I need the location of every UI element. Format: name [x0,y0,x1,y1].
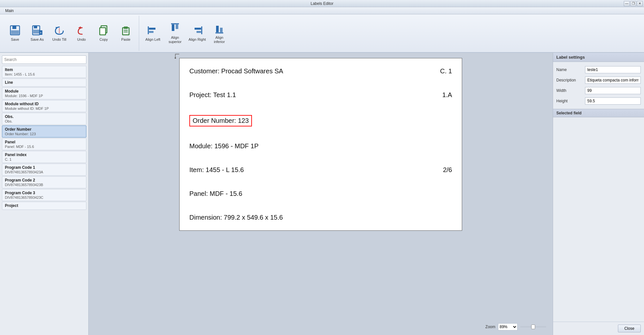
sidebar-item-order-number[interactable]: ➜ Order Number Order Number: 123 [2,125,86,138]
align-left-button[interactable]: Align Left [142,17,163,50]
field-row-width: Width [553,85,644,96]
search-input[interactable] [2,55,86,64]
sidebar-item-project[interactable]: Project [2,202,86,210]
copy-button[interactable]: Copy [93,17,114,50]
zoom-bar: Zoom 50% 75% 89% 100% 125% 150% [485,323,546,330]
sidebar-item-panel-index-name: Panel index [5,153,83,157]
title-bar: Labels Editor — ❐ ✕ [0,0,644,7]
sidebar-item-panel-index-value: C. 1 [5,157,83,161]
svg-rect-1 [12,26,16,29]
sidebar-item-program-code-2[interactable]: Program Code 2 DIV874813657893423B [2,176,86,188]
align-inferior-label: Align inferior [211,36,228,44]
field-input-description[interactable] [585,77,641,84]
label-row-3: Module: 1596 - MDF 1P [189,140,452,153]
field-input-name[interactable] [585,66,641,73]
field-row-height: Height [553,96,644,106]
sidebar-item-item[interactable]: Item Item: 1455 - L 15.6 [2,66,86,78]
menu-bar: Main [0,7,644,14]
sidebar-item-project-name: Project [5,203,83,208]
right-panel: Label settings Name Description Width He… [553,53,644,335]
svg-rect-22 [176,24,178,29]
field-label-width: Width [556,88,582,93]
sidebar-item-line-name: Line [5,80,83,85]
save-label: Save [11,37,19,42]
window-controls: — ❐ ✕ [624,1,643,6]
sidebar-item-panel-name: Panel [5,140,83,144]
panel-index-field[interactable]: C. 1 [440,67,452,75]
sidebar-item-module[interactable]: Module Module: 1596 - MDF 1P [2,87,86,99]
copy-icon [98,24,110,36]
label-row-5: Panel: MDF - 15.6 [189,187,452,200]
field-label-description: Description [556,78,582,82]
order-number-field[interactable]: Order Number: 123 [189,115,252,126]
main-content: Item Item: 1455 - L 15.6 Line Module Mod… [0,53,644,335]
dimension-field[interactable]: Dimension: 799.2 x 549.6 x 15.6 [189,214,283,221]
item-field[interactable]: Item: 1455 - L 15.6 [189,166,244,174]
sidebar-item-obs[interactable]: Obs. Obs. [2,113,86,125]
align-left-label: Align Left [145,37,160,42]
label-row-0: Customer: Procad Softwares SA C. 1 [189,65,452,78]
menu-main[interactable]: Main [3,8,16,14]
sidebar-item-order-number-value: Order Number: 123 [5,132,83,136]
label-row-2: Order Number: 123 [189,112,452,129]
align-superior-button[interactable]: Align superior [165,17,185,50]
align-right-icon [191,24,203,36]
svg-rect-24 [195,28,201,30]
close-btn-area: Close [553,322,644,335]
restore-button[interactable]: ❐ [630,1,636,6]
sidebar-item-module-without-id-value: Module without ID: MDF 1P [5,107,83,110]
align-right-label: Align Right [188,37,206,42]
module-field[interactable]: Module: 1596 - MDF 1P [189,142,258,150]
align-right-button[interactable]: Align Right [187,17,208,50]
right-panel-header: Label settings [553,53,644,62]
svg-rect-29 [175,57,176,59]
paste-button[interactable]: Paste [115,17,136,50]
sidebar: Item Item: 1455 - L 15.6 Line Module Mod… [0,53,89,335]
label-canvas: Customer: Procad Softwares SA C. 1 Proje… [179,58,462,231]
zoom-select[interactable]: 50% 75% 89% 100% 125% 150% [498,323,518,330]
svg-rect-19 [149,31,154,33]
sidebar-item-program-code-2-value: DIV874813657893423B [5,183,83,187]
svg-rect-14 [124,26,128,29]
minimize-button[interactable]: — [624,1,630,6]
item-index-field[interactable]: 1.A [442,91,452,99]
label-row-6: Dimension: 799.2 x 549.6 x 15.6 [189,211,452,224]
zoom-label: Zoom [485,325,495,329]
sidebar-item-program-code-3[interactable]: Program Code 3 DIV874813657893423C [2,189,86,201]
save-as-button[interactable]: + Save As [27,17,48,50]
svg-rect-2 [11,30,19,34]
svg-rect-27 [216,26,219,32]
paste-label: Paste [121,37,130,42]
item-count-field[interactable]: 2/6 [443,166,452,174]
field-input-width[interactable] [585,87,641,94]
sidebar-item-program-code-1[interactable]: Program Code 1 DIV874813657893423A [2,164,86,176]
align-inferior-button[interactable]: Align inferior [209,17,230,50]
sidebar-item-panel[interactable]: Panel Panel: MDF - 15.6 [2,138,86,150]
sidebar-item-item-name: Item [5,67,83,72]
align-left-icon [147,24,159,36]
sidebar-item-program-code-1-value: DIV874813657893423A [5,170,83,174]
customer-field[interactable]: Customer: Procad Softwares SA [189,67,283,75]
close-window-button[interactable]: ✕ [637,1,643,6]
sidebar-item-program-code-2-name: Program Code 2 [5,178,83,182]
zoom-slider[interactable] [520,326,546,328]
toolbar-group-align: Align Left Align superior Align Right [140,16,232,51]
sidebar-item-module-without-id[interactable]: Module without ID Module without ID: MDF… [2,100,86,112]
svg-rect-18 [149,28,155,30]
sidebar-item-panel-index[interactable]: Panel index C. 1 [2,151,86,163]
field-input-height[interactable] [585,97,641,105]
svg-rect-28 [220,28,223,32]
undo-till-button[interactable]: Undo Till [49,17,70,50]
sidebar-item-item-value: Item: 1455 - L 15.6 [5,72,83,76]
svg-rect-21 [172,24,174,31]
sidebar-item-line[interactable]: Line [2,79,86,87]
panel-field[interactable]: Panel: MDF - 15.6 [189,190,242,197]
close-button[interactable]: Close [618,325,641,332]
sidebar-item-obs-name: Obs. [5,114,83,119]
save-button[interactable]: Save [5,17,25,50]
undo-button[interactable]: Undo [71,17,92,50]
undo-till-label: Undo Till [52,37,66,42]
sidebar-item-obs-value: Obs. [5,119,83,123]
sidebar-item-program-code-3-name: Program Code 3 [5,191,83,195]
project-field[interactable]: Project: Test 1.1 [189,91,236,99]
